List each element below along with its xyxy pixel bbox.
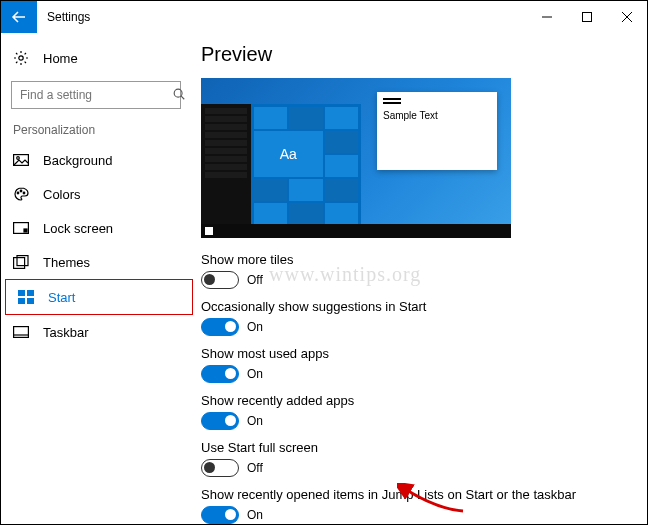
sidebar-item-taskbar[interactable]: Taskbar — [1, 315, 201, 349]
svg-line-4 — [181, 96, 184, 99]
svg-rect-1 — [583, 13, 592, 22]
palette-icon — [13, 186, 29, 202]
svg-rect-14 — [18, 290, 25, 296]
setting-label: Show most used apps — [201, 346, 637, 361]
sidebar-item-label: Taskbar — [43, 325, 89, 340]
toggle-switch[interactable] — [201, 318, 239, 336]
toggle-switch[interactable] — [201, 365, 239, 383]
gear-icon — [13, 50, 29, 66]
sidebar-item-themes[interactable]: Themes — [1, 245, 201, 279]
toggle-switch[interactable] — [201, 459, 239, 477]
sidebar-category-label: Personalization — [1, 119, 201, 143]
svg-point-2 — [19, 56, 23, 60]
toggle-knob — [225, 321, 236, 332]
sidebar-item-start[interactable]: Start — [6, 280, 192, 314]
setting-label: Show recently opened items in Jump Lists… — [201, 487, 637, 502]
svg-rect-18 — [14, 327, 29, 338]
maximize-button[interactable] — [567, 1, 607, 33]
toggle-row: On — [201, 506, 637, 524]
sidebar-item-lockscreen[interactable]: Lock screen — [1, 211, 201, 245]
toggle-state-label: On — [247, 508, 263, 522]
search-icon — [172, 87, 186, 104]
minimize-button[interactable] — [527, 1, 567, 33]
search-container — [1, 75, 201, 119]
nav-home-label: Home — [43, 51, 78, 66]
preview-start-menu: Aa — [201, 104, 361, 224]
back-arrow-icon — [11, 9, 27, 25]
hamburger-icon — [383, 98, 401, 100]
maximize-icon — [582, 12, 592, 22]
toggle-switch[interactable] — [201, 506, 239, 524]
svg-point-7 — [17, 192, 19, 194]
preview-taskbar — [201, 224, 511, 238]
toggle-state-label: Off — [247, 273, 263, 287]
page-heading: Preview — [201, 43, 637, 66]
start-preview: Aa Sample Text — [201, 78, 511, 238]
setting-row: Show recently opened items in Jump Lists… — [201, 487, 637, 524]
svg-rect-15 — [27, 290, 34, 296]
svg-point-6 — [17, 157, 20, 160]
svg-rect-12 — [14, 258, 25, 269]
toggle-knob — [225, 509, 236, 520]
toggle-knob — [204, 274, 215, 285]
preview-tile-sample: Aa — [254, 131, 323, 177]
settings-list: Show more tilesOffOccasionally show sugg… — [201, 252, 637, 524]
toggle-state-label: Off — [247, 461, 263, 475]
setting-row: Show recently added appsOn — [201, 393, 637, 430]
titlebar: Settings — [1, 1, 647, 33]
toggle-row: Off — [201, 459, 637, 477]
search-box[interactable] — [11, 81, 181, 109]
sidebar-item-label: Lock screen — [43, 221, 113, 236]
toggle-row: On — [201, 412, 637, 430]
toggle-switch[interactable] — [201, 412, 239, 430]
setting-label: Occasionally show suggestions in Start — [201, 299, 637, 314]
setting-label: Use Start full screen — [201, 440, 637, 455]
svg-point-3 — [174, 89, 182, 97]
annotation-highlight-start: Start — [5, 279, 193, 315]
start-icon — [18, 290, 34, 304]
svg-rect-11 — [24, 229, 27, 232]
setting-label: Show more tiles — [201, 252, 637, 267]
sidebar-item-label: Start — [48, 290, 75, 305]
back-button[interactable] — [1, 1, 37, 33]
close-button[interactable] — [607, 1, 647, 33]
nav-home[interactable]: Home — [1, 41, 201, 75]
search-input[interactable] — [18, 87, 172, 103]
sidebar-item-label: Background — [43, 153, 112, 168]
toggle-row: Off — [201, 271, 637, 289]
svg-point-9 — [23, 192, 25, 194]
app-title: Settings — [47, 10, 90, 24]
setting-row: Show most used appsOn — [201, 346, 637, 383]
sidebar-item-label: Themes — [43, 255, 90, 270]
taskbar-icon — [13, 326, 29, 338]
svg-rect-16 — [18, 298, 25, 304]
preview-start-tiles: Aa — [251, 104, 361, 224]
setting-row: Show more tilesOff — [201, 252, 637, 289]
sidebar-item-colors[interactable]: Colors — [1, 177, 201, 211]
sidebar: Home Personalization Background Colors — [1, 33, 201, 524]
minimize-icon — [542, 12, 552, 22]
toggle-state-label: On — [247, 367, 263, 381]
setting-label: Show recently added apps — [201, 393, 637, 408]
lockscreen-icon — [13, 222, 29, 234]
themes-icon — [13, 255, 29, 269]
toggle-knob — [204, 462, 215, 473]
toggle-switch[interactable] — [201, 271, 239, 289]
setting-row: Occasionally show suggestions in StartOn — [201, 299, 637, 336]
toggle-knob — [225, 368, 236, 379]
preview-sample-window: Sample Text — [377, 92, 497, 170]
toggle-knob — [225, 415, 236, 426]
toggle-row: On — [201, 365, 637, 383]
toggle-state-label: On — [247, 320, 263, 334]
preview-window-text: Sample Text — [383, 110, 491, 121]
preview-start-applist — [201, 104, 251, 224]
toggle-row: On — [201, 318, 637, 336]
svg-rect-17 — [27, 298, 34, 304]
content-pane[interactable]: Preview Aa Sample Text Show mor — [201, 33, 647, 524]
svg-point-8 — [20, 190, 22, 192]
titlebar-left: Settings — [1, 1, 90, 33]
sidebar-item-background[interactable]: Background — [1, 143, 201, 177]
setting-row: Use Start full screenOff — [201, 440, 637, 477]
toggle-state-label: On — [247, 414, 263, 428]
close-icon — [622, 12, 632, 22]
